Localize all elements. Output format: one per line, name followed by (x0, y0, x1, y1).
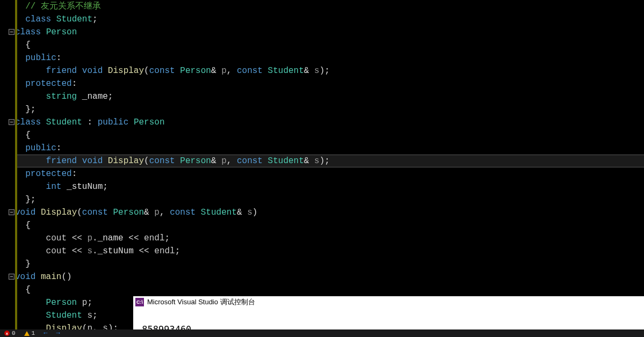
nav-forward[interactable]: → (52, 329, 64, 337)
code-line[interactable]: string _name; (15, 90, 644, 103)
code-line[interactable]: { (15, 39, 644, 52)
code-line[interactable]: int _stuNum; (15, 180, 644, 193)
code-line[interactable]: protected: (15, 77, 644, 90)
code-line[interactable]: class Person (15, 26, 644, 39)
code-line[interactable]: { (15, 219, 644, 232)
fold-toggle[interactable] (9, 29, 15, 35)
code-line[interactable]: cout << s._stuNum << endl; (15, 245, 644, 258)
code-line[interactable]: void main() (15, 270, 644, 283)
code-editor[interactable]: // 友元关系不继承 class Student; class Person {… (0, 0, 644, 329)
error-icon: x (4, 331, 10, 336)
status-warnings[interactable]: 1 (20, 329, 40, 337)
code-line[interactable]: protected: (15, 167, 644, 180)
editor-gutter (0, 0, 15, 329)
code-line[interactable]: // 友元关系不继承 (15, 0, 644, 13)
code-line[interactable]: public: (15, 52, 644, 64)
status-bar[interactable]: x 0 1 ← → (0, 329, 644, 337)
fold-toggle[interactable] (9, 209, 15, 215)
code-line[interactable]: { (15, 283, 644, 296)
arrow-left-icon: ← (44, 329, 47, 337)
warning-count: 1 (32, 330, 35, 336)
code-line[interactable]: void Display(const Person& p, const Stud… (15, 206, 644, 219)
status-errors[interactable]: x 0 (0, 329, 20, 337)
code-line-active[interactable]: friend void Display(const Person& p, con… (15, 155, 644, 167)
vs-icon: C:\ (135, 298, 144, 306)
code-line[interactable]: friend void Display(const Person& p, con… (15, 64, 644, 77)
error-count: 0 (12, 330, 16, 336)
code-line[interactable]: }; (15, 193, 644, 206)
code-line[interactable]: { (15, 129, 644, 142)
code-line[interactable]: class Student; (15, 13, 644, 26)
console-title-text: Microsoft Visual Studio 调试控制台 (147, 296, 255, 308)
code-line[interactable]: cout << p._name << endl; (15, 232, 644, 245)
code-line[interactable]: class Student : public Person (15, 116, 644, 129)
arrow-right-icon: → (56, 329, 60, 337)
warning-icon (24, 331, 30, 336)
code-line[interactable]: public: (15, 142, 644, 155)
fold-toggle[interactable] (9, 119, 15, 125)
code-area[interactable]: // 友元关系不继承 class Student; class Person {… (15, 0, 644, 335)
fold-toggle[interactable] (9, 274, 15, 280)
code-line[interactable]: } (15, 258, 644, 270)
nav-back[interactable]: ← (39, 329, 52, 337)
code-line[interactable]: }; (15, 103, 644, 116)
console-titlebar[interactable]: C:\ Microsoft Visual Studio 调试控制台 (133, 296, 644, 308)
